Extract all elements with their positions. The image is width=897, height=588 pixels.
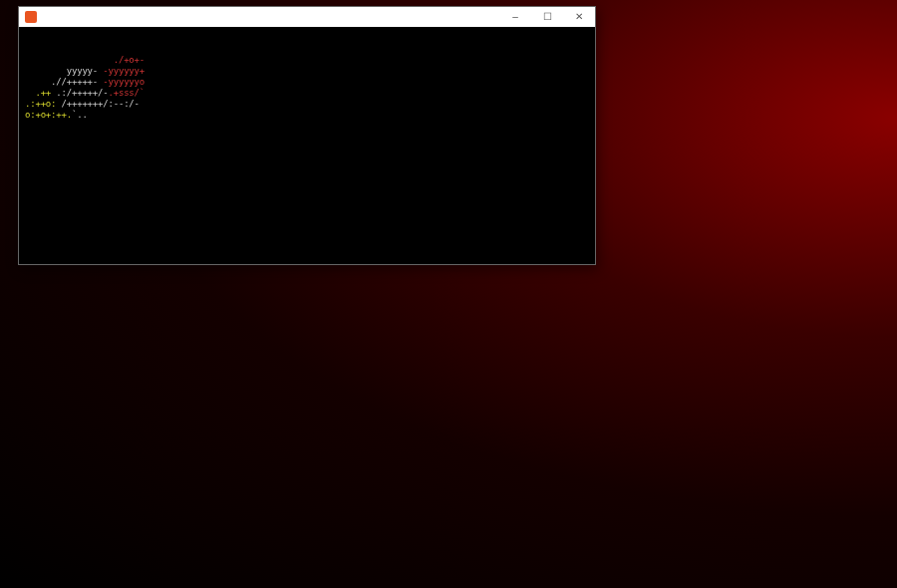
terminal-body-ubuntu[interactable]: ./+o+- yyyyy- -yyyyyy+ .//+++++- -yyyyyy… <box>19 27 595 125</box>
maximize-button[interactable]: ☐ <box>531 7 563 27</box>
ascii-art-ubuntu: ./+o+- yyyyy- -yyyyyy+ .//+++++- -yyyyyy… <box>25 55 145 121</box>
titlebar-ubuntu[interactable]: – ☐ ✕ <box>19 7 595 27</box>
close-button[interactable]: ✕ <box>563 7 595 27</box>
window-ubuntu[interactable]: – ☐ ✕ ./+o+- yyyyy- -yyyyyy+ .//+++++- -… <box>18 6 596 265</box>
ubuntu-icon <box>25 11 37 23</box>
minimize-button[interactable]: – <box>499 7 531 27</box>
